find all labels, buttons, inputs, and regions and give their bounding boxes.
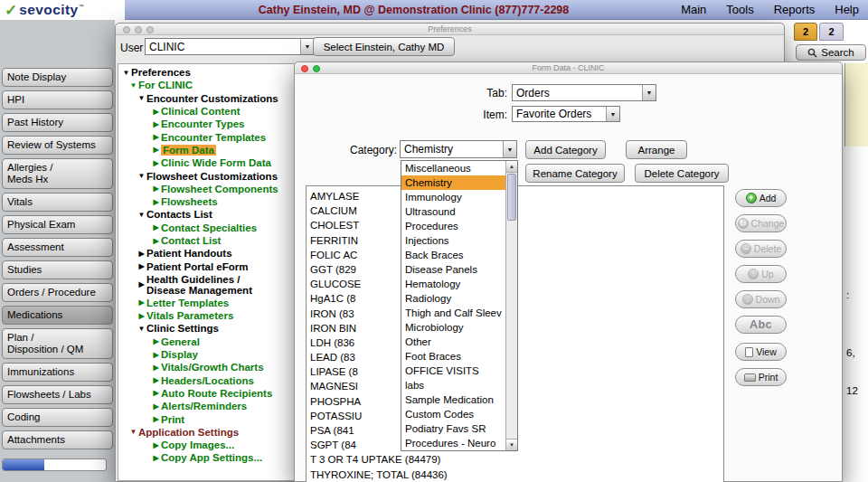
tree-item-display[interactable]: Display — [161, 349, 198, 360]
sidebar-item-allergies-meds-hx[interactable]: Allergies / Meds Hx — [2, 158, 113, 189]
tree-item-clinical-content[interactable]: Clinical Content — [161, 106, 241, 117]
sidebar-item-studies[interactable]: Studies — [2, 260, 113, 279]
tree-item-vitals-parameters[interactable]: Vitals Parameters — [146, 310, 233, 321]
tree-item-encounter-templates[interactable]: Encounter Templates — [161, 132, 266, 143]
category-option[interactable]: Procedures — [401, 219, 505, 233]
category-option[interactable]: Disease Panels — [401, 262, 505, 277]
category-option[interactable]: Hematology — [401, 277, 505, 291]
collapsed-icon[interactable]: ▶ — [151, 364, 161, 372]
chevron-down-icon[interactable]: ▼ — [300, 39, 314, 54]
delete-category-button[interactable]: Delete Category — [635, 164, 729, 183]
arrange-button[interactable]: Arrange — [626, 140, 687, 159]
sidebar-item-physical-exam[interactable]: Physical Exam — [2, 215, 113, 234]
tree-item-auto-route-recipients[interactable]: Auto Route Recipients — [161, 388, 272, 399]
tree-item-patient-handouts[interactable]: Patient Handouts — [146, 248, 232, 259]
sidebar-item-orders-procedure[interactable]: Orders / Procedure — [2, 283, 113, 302]
menu-help[interactable]: Help — [835, 3, 859, 16]
rename-category-button[interactable]: Rename Category — [525, 164, 625, 183]
category-option[interactable]: Other — [401, 335, 505, 349]
sidebar-item-coding[interactable]: Coding — [2, 408, 113, 427]
sidebar-item-plan-disposition-qm[interactable]: Plan / Disposition / QM — [2, 328, 113, 359]
scrollbar[interactable]: ▲ ▼ — [505, 161, 517, 450]
sidebar-item-medications[interactable]: Medications — [2, 306, 113, 325]
tree-item-flowsheet-components[interactable]: Flowsheet Components — [161, 184, 278, 194]
up-button[interactable]: ↑ Up — [735, 265, 787, 283]
category-option[interactable]: Ultrasound — [401, 204, 505, 219]
category-option[interactable]: Procedures - Neuro — [401, 436, 505, 450]
category-option[interactable]: Injections — [401, 233, 505, 248]
sidebar-item-immunizations[interactable]: Immunizations — [2, 363, 113, 382]
scroll-thumb[interactable] — [507, 174, 516, 221]
tree-item-headers-locations[interactable]: Headers/Locations — [161, 375, 254, 386]
category-option[interactable]: Radiology — [401, 291, 505, 306]
category-option[interactable]: Miscellaneous — [401, 161, 505, 175]
collapsed-icon[interactable]: ▶ — [137, 280, 146, 288]
tree-item-application-settings[interactable]: Application Settings — [138, 427, 239, 438]
collapsed-icon[interactable]: ▶ — [151, 120, 161, 128]
add-button[interactable]: + Add — [735, 189, 787, 207]
category-option[interactable]: OFFICE VISITS — [401, 364, 505, 378]
select-provider-button[interactable]: Select Einstein, Cathy MD — [313, 37, 455, 56]
tree-item-copy-images[interactable]: Copy Images... — [161, 439, 234, 450]
category-option[interactable]: Immunology — [401, 190, 505, 204]
tree-item-letter-templates[interactable]: Letter Templates — [146, 298, 229, 308]
collapsed-icon[interactable]: ▶ — [151, 402, 161, 411]
category-option[interactable]: Custom Codes — [401, 407, 505, 421]
sidebar-item-past-history[interactable]: Past History — [2, 113, 113, 132]
form-data-titlebar[interactable]: Form Data - CLINIC — [295, 62, 842, 74]
sidebar-item-flowsheets-labs[interactable]: Flowsheets / Labs — [2, 385, 113, 404]
category-select[interactable]: Chemistry ▼ — [400, 140, 517, 158]
user-select[interactable]: CLINIC ▼ — [145, 38, 315, 55]
collapsed-icon[interactable]: ▶ — [151, 133, 161, 141]
expand-icon[interactable]: ▼ — [137, 94, 146, 102]
delete-button[interactable]: − Delete — [735, 240, 787, 258]
encounter-tab-2[interactable]: 2 — [819, 23, 844, 41]
encounter-tab-1[interactable]: 2 — [794, 23, 817, 41]
expand-icon[interactable]: ▼ — [121, 69, 131, 77]
add-category-button[interactable]: Add Category — [525, 140, 606, 159]
search-button[interactable]: Search — [796, 44, 866, 61]
tab-select[interactable]: Orders ▼ — [512, 84, 656, 101]
down-button[interactable]: ↓ Down — [735, 290, 787, 308]
menu-reports[interactable]: Reports — [774, 3, 816, 16]
collapsed-icon[interactable]: ▶ — [151, 237, 161, 245]
category-option[interactable]: Podiatry Favs SR — [401, 421, 505, 436]
expand-icon[interactable]: ▼ — [128, 428, 138, 436]
close-icon[interactable] — [301, 65, 308, 72]
collapsed-icon[interactable]: ▶ — [151, 389, 161, 397]
category-option-selected[interactable]: Chemistry — [401, 175, 505, 190]
tree-item-flowsheet-customizations[interactable]: Flowsheet Customizations — [146, 171, 278, 182]
expand-icon[interactable]: ▼ — [137, 211, 146, 219]
tree-item-print[interactable]: Print — [161, 414, 184, 425]
collapsed-icon[interactable]: ▶ — [151, 223, 161, 232]
print-button[interactable]: Print — [735, 368, 787, 386]
collapsed-icon[interactable]: ▶ — [151, 337, 161, 345]
collapsed-icon[interactable]: ▶ — [151, 159, 161, 167]
tree-item-contact-list[interactable]: Contact List — [161, 235, 221, 246]
sidebar-item-hpi[interactable]: HPI — [2, 90, 113, 109]
category-option[interactable]: Foot Braces — [401, 349, 505, 364]
tree-item-encounter-types[interactable]: Encounter Types — [161, 118, 244, 129]
chevron-down-icon[interactable]: ▼ — [503, 141, 516, 157]
tree-item-clinic-settings[interactable]: Clinic Settings — [146, 323, 219, 334]
category-option[interactable]: Microbiology — [401, 320, 505, 335]
collapsed-icon[interactable]: ▶ — [151, 376, 161, 384]
scroll-up-icon[interactable]: ▲ — [506, 161, 517, 173]
preferences-titlebar[interactable]: Preferences — [116, 24, 784, 35]
change-button[interactable]: ↻ Change — [735, 214, 787, 232]
tree-item-vitals-growth-charts[interactable]: Vitals/Growth Charts — [161, 362, 264, 373]
collapsed-icon[interactable]: ▶ — [151, 146, 161, 154]
tree-item-alerts-reminders[interactable]: Alerts/Reminders — [161, 401, 247, 411]
chevron-down-icon[interactable]: ▼ — [606, 107, 619, 121]
collapsed-icon[interactable]: ▶ — [151, 108, 161, 116]
view-button[interactable]: View — [735, 343, 787, 361]
tree-item-contact-specialties[interactable]: Contact Specialties — [161, 222, 257, 233]
tree-item-contacts-list[interactable]: Contacts List — [146, 209, 212, 220]
minimize-icon[interactable] — [135, 26, 142, 33]
expand-icon[interactable]: ▼ — [137, 172, 146, 180]
collapsed-icon[interactable]: ▶ — [137, 250, 146, 258]
sidebar-item-review-of-systems[interactable]: Review of Systems — [2, 136, 113, 155]
item-select[interactable]: Favorite Orders ▼ — [512, 106, 620, 122]
tree-item-for-clinic[interactable]: For CLINIC — [138, 80, 193, 90]
category-option[interactable]: Back Braces — [401, 248, 505, 262]
